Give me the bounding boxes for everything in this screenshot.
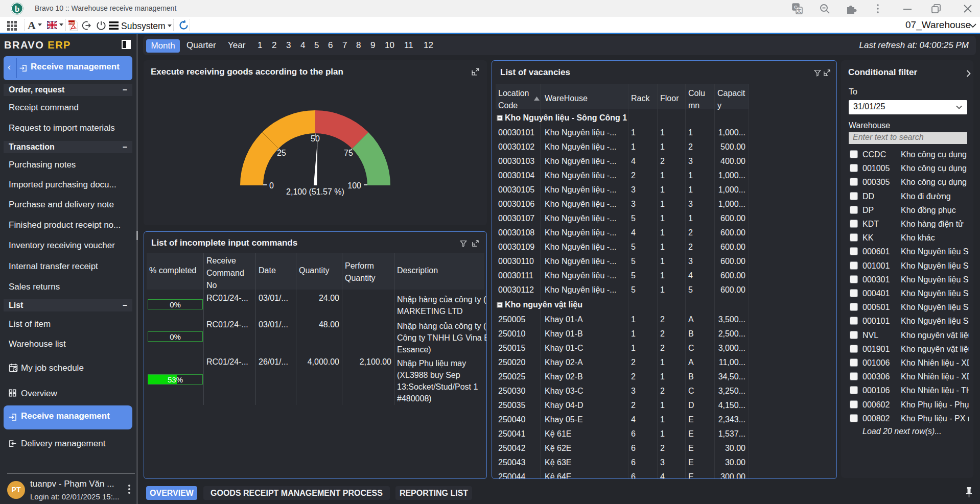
svg-text:2,100 (51.57 %): 2,100 (51.57 %) [286,187,344,196]
svg-text:0: 0 [269,181,274,190]
svg-text:25: 25 [277,149,286,157]
svg-text:b: b [15,4,19,14]
svg-text:50: 50 [311,134,320,143]
svg-text:PDF: PDF [68,21,75,25]
svg-text:75: 75 [344,149,353,157]
svg-text:文: 文 [797,8,802,13]
svg-text:100: 100 [347,181,361,190]
